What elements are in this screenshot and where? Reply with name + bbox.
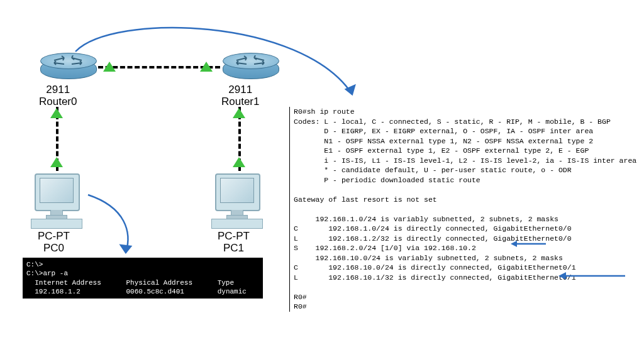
svg-marker-1 xyxy=(121,245,131,253)
annotation-arrow-pc0-to-terminal xyxy=(0,0,644,362)
svg-marker-3 xyxy=(511,241,517,247)
annotation-arrow-gi01 xyxy=(557,271,626,281)
svg-marker-5 xyxy=(558,272,566,280)
annotation-arrow-gi00 xyxy=(509,239,547,249)
